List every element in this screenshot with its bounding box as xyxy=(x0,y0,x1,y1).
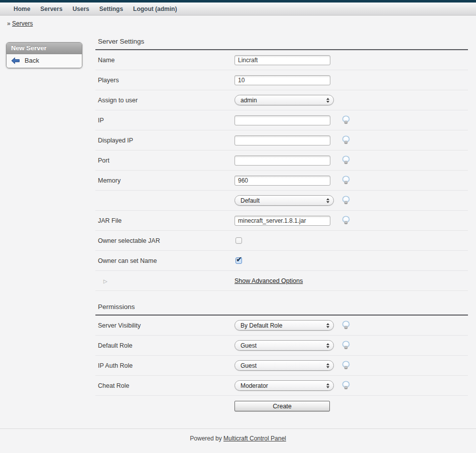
port-input[interactable] xyxy=(234,156,330,166)
help-bulb-icon[interactable] xyxy=(341,135,350,145)
field-label: Players xyxy=(95,77,234,84)
field-label: Displayed IP xyxy=(95,137,234,144)
field-label: Cheat Role xyxy=(95,382,234,389)
form-row-memory: Memory xyxy=(95,171,468,191)
server-settings-heading: Server Settings xyxy=(98,38,468,45)
select-stepper-icon xyxy=(326,323,329,328)
help-bulb-icon[interactable] xyxy=(341,176,350,185)
create-button[interactable]: Create xyxy=(234,401,330,411)
show-advanced-options-link[interactable]: Show Advanced Options xyxy=(234,277,303,284)
field-label: Owner can set Name xyxy=(95,257,234,264)
multicraft-page: Home Servers Users Settings Logout (admi… xyxy=(0,0,476,453)
ip-input[interactable] xyxy=(234,115,330,125)
default-role-select[interactable]: Guest xyxy=(234,340,334,351)
jar-file-input[interactable] xyxy=(234,216,330,226)
help-bulb-icon[interactable] xyxy=(341,361,350,370)
nav-item-users[interactable]: Users xyxy=(67,6,94,13)
server-visibility-select[interactable]: By Default Role xyxy=(234,320,334,331)
main-navbar: Home Servers Users Settings Logout (admi… xyxy=(0,3,476,16)
help-bulb-icon[interactable] xyxy=(341,216,350,225)
memory-input[interactable] xyxy=(234,176,330,186)
select-value: By Default Role xyxy=(241,322,282,329)
help-bulb-icon[interactable] xyxy=(341,341,350,350)
form-row-ip-auth-role: IP Auth Role Guest xyxy=(95,356,468,376)
select-value: Moderator xyxy=(241,382,268,389)
help-bulb-icon[interactable] xyxy=(341,321,350,330)
players-input[interactable] xyxy=(234,75,330,85)
form-row-create: Create xyxy=(95,396,468,416)
displayed-ip-input[interactable] xyxy=(234,135,330,145)
field-label: Name xyxy=(95,57,234,64)
name-input[interactable] xyxy=(234,55,330,65)
form-row-ip: IP xyxy=(95,110,468,130)
form-row-default-role: Default Role Guest xyxy=(95,336,468,356)
select-value: admin xyxy=(241,97,257,104)
field-label: Memory xyxy=(95,177,234,184)
form-row-jar-file: JAR File xyxy=(95,211,468,231)
form-row-cheat-role: Cheat Role Moderator xyxy=(95,376,468,396)
select-value: Default xyxy=(241,197,260,204)
form-row-players: Players xyxy=(95,70,468,90)
field-label: Default Role xyxy=(95,342,234,349)
select-value: Guest xyxy=(241,342,257,349)
page-footer: Powered by Multicraft Control Panel xyxy=(0,428,476,442)
form-row-port: Port xyxy=(95,150,468,171)
footer-link-multicraft[interactable]: Multicraft Control Panel xyxy=(223,435,286,442)
breadcrumb: » Servers xyxy=(0,16,476,31)
help-bulb-icon[interactable] xyxy=(341,381,350,390)
form-row-advanced-options: ▷ Show Advanced Options xyxy=(95,271,468,291)
help-bulb-icon[interactable] xyxy=(341,196,350,205)
select-stepper-icon xyxy=(326,383,329,388)
default-select[interactable]: Default xyxy=(234,195,334,206)
content: New Server Back Server Settings Name Pla… xyxy=(0,38,476,442)
form-row-server-visibility: Server Visibility By Default Role xyxy=(95,316,468,336)
assign-to-user-select[interactable]: admin xyxy=(234,95,334,105)
field-label: Assign to user xyxy=(95,97,234,104)
select-value: Guest xyxy=(241,362,257,369)
field-label: Port xyxy=(95,157,234,164)
select-stepper-icon xyxy=(326,363,329,368)
select-stepper-icon xyxy=(326,198,329,203)
nav-item-home[interactable]: Home xyxy=(9,6,35,13)
permissions-heading: Permissions xyxy=(98,303,468,311)
footer-text: Powered by xyxy=(190,435,221,442)
form-row-jar-default: Default xyxy=(95,191,468,211)
field-label: Owner selectable JAR xyxy=(95,237,234,244)
breadcrumb-link-servers[interactable]: Servers xyxy=(12,20,33,27)
form-row-assign-to-user: Assign to user admin xyxy=(95,90,468,110)
collapsed-triangle-icon[interactable]: ▷ xyxy=(98,278,107,284)
nav-item-servers[interactable]: Servers xyxy=(35,6,67,13)
back-arrow-icon xyxy=(11,57,20,64)
sidebar-menu: New Server Back xyxy=(6,42,82,68)
cheat-role-select[interactable]: Moderator xyxy=(234,380,334,391)
field-label: IP Auth Role xyxy=(95,362,234,369)
form-row-owner-can-set-name: Owner can set Name xyxy=(95,251,468,271)
breadcrumb-symbol: » xyxy=(7,20,11,27)
form-row-name: Name xyxy=(95,50,468,70)
help-bulb-icon[interactable] xyxy=(341,115,350,125)
sidebar-item-back[interactable]: Back xyxy=(7,54,82,68)
back-label: Back xyxy=(25,57,39,64)
field-label: JAR File xyxy=(95,217,234,224)
owner-can-set-name-checkbox[interactable] xyxy=(235,257,242,264)
select-stepper-icon xyxy=(326,343,329,348)
select-stepper-icon xyxy=(326,98,329,103)
form-row-owner-selectable-jar: Owner selectable JAR xyxy=(95,231,468,251)
sidebar-title: New Server xyxy=(7,43,82,54)
nav-item-settings[interactable]: Settings xyxy=(94,6,128,13)
field-label: IP xyxy=(95,117,234,124)
form-row-displayed-ip: Displayed IP xyxy=(95,130,468,150)
ip-auth-role-select[interactable]: Guest xyxy=(234,360,334,371)
nav-item-logout[interactable]: Logout (admin) xyxy=(128,6,182,13)
help-bulb-icon[interactable] xyxy=(341,156,350,165)
owner-selectable-jar-checkbox[interactable] xyxy=(235,237,242,244)
main-panel: Server Settings Name Players Assign to u… xyxy=(95,38,468,416)
field-label: Server Visibility xyxy=(95,322,234,329)
